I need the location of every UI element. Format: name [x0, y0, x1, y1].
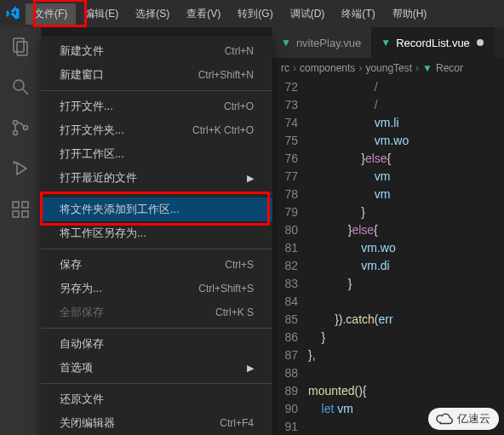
svg-rect-12: [22, 211, 28, 217]
menu-entry[interactable]: 打开最近的文件▶: [41, 166, 272, 190]
vscode-logo-icon: [5, 6, 20, 21]
vue-file-icon: ▼: [281, 37, 291, 49]
menu-separator: [41, 193, 272, 194]
menu-entry-label: 新建窗口: [60, 67, 104, 83]
menu-entry[interactable]: 打开工作区...: [41, 142, 272, 166]
file-menu-dropdown: 新建文件Ctrl+N新建窗口Ctrl+Shift+N打开文件...Ctrl+O打…: [41, 36, 272, 435]
menu-entry-label: 关闭编辑器: [60, 415, 115, 431]
menu-entry[interactable]: 首选项▶: [41, 356, 272, 380]
editor-tabs: ▼nvitePlay.vue▼RecordList.vue: [272, 27, 504, 58]
svg-rect-0: [14, 38, 24, 52]
svg-rect-11: [13, 211, 19, 217]
explorer-icon[interactable]: [9, 34, 32, 58]
menu-entry-label: 打开工作区...: [60, 146, 124, 162]
menu-entry-label: 打开文件夹...: [60, 123, 124, 138]
debug-icon[interactable]: [9, 157, 32, 180]
menu-entry[interactable]: 新建文件Ctrl+N: [41, 39, 272, 63]
menu-entry[interactable]: 另存为...Ctrl+Shift+S: [41, 277, 272, 300]
menubar: 文件(F)编辑(E)选择(S)查看(V)转到(G)调试(D)终端(T)帮助(H): [0, 0, 504, 27]
menu-separator: [41, 249, 272, 249]
menu-item[interactable]: 终端(T): [333, 3, 383, 25]
menu-entry-label: 自动保存: [60, 336, 104, 352]
line-gutter: 7273747576777879808182838485868788899091: [272, 78, 308, 435]
menu-entry[interactable]: 打开文件夹...Ctrl+K Ctrl+O: [41, 118, 272, 142]
watermark-badge: 亿速云: [428, 408, 499, 430]
menu-shortcut: Ctrl+Shift+N: [198, 69, 254, 81]
menu-entry[interactable]: 打开文件...Ctrl+O: [41, 94, 272, 118]
vue-file-icon: ▼: [381, 37, 391, 49]
menu-shortcut: Ctrl+S: [225, 259, 254, 271]
editor-tab[interactable]: ▼nvitePlay.vue: [272, 27, 372, 58]
menu-shortcut: Ctrl+K Ctrl+O: [192, 124, 254, 136]
editor-tab[interactable]: ▼RecordList.vue: [372, 27, 495, 58]
menu-entry[interactable]: 保存Ctrl+S: [41, 253, 272, 277]
menu-entry[interactable]: 将文件夹添加到工作区...: [41, 197, 272, 221]
breadcrumb-part[interactable]: components: [300, 62, 355, 74]
menu-entry-label: 全部保存: [60, 305, 104, 320]
svg-point-4: [14, 121, 18, 125]
modified-indicator-icon: [477, 39, 484, 46]
svg-point-8: [14, 162, 15, 163]
menu-entry[interactable]: 还原文件: [41, 387, 272, 411]
menu-entry: 全部保存Ctrl+K S: [41, 300, 272, 324]
menu-entry-label: 首选项: [60, 360, 93, 375]
menu-entry[interactable]: 关闭编辑器Ctrl+F4: [41, 411, 272, 435]
menu-entry-label: 打开文件...: [60, 99, 113, 114]
menu-entry[interactable]: 新建窗口Ctrl+Shift+N: [41, 63, 272, 87]
breadcrumb-separator-icon: ›: [293, 62, 296, 74]
menu-entry[interactable]: 将工作区另存为...: [41, 221, 272, 245]
breadcrumb[interactable]: rc›components›youngTest›▼ Recor: [272, 58, 504, 78]
chevron-right-icon: ▶: [247, 363, 254, 374]
menu-item[interactable]: 帮助(H): [384, 3, 436, 25]
tab-label: RecordList.vue: [396, 37, 470, 49]
menu-item[interactable]: 文件(F): [26, 3, 76, 25]
menu-separator: [41, 90, 272, 91]
menu-entry-label: 将文件夹添加到工作区...: [60, 202, 180, 217]
svg-rect-9: [13, 202, 19, 208]
menu-shortcut: Ctrl+Shift+S: [198, 283, 254, 295]
menu-entry-label: 保存: [60, 257, 82, 272]
svg-marker-7: [17, 163, 26, 175]
menu-entry-label: 还原文件: [60, 392, 104, 407]
extensions-icon[interactable]: [9, 197, 32, 221]
menu-shortcut: Ctrl+K S: [215, 306, 254, 318]
svg-rect-10: [22, 202, 28, 208]
menu-separator: [41, 383, 272, 384]
menu-item[interactable]: 选择(S): [127, 3, 178, 25]
menu-shortcut: Ctrl+F4: [220, 417, 254, 429]
code-lines[interactable]: / / vm.li vm.wo }else{ vm vm } }else{ vm…: [308, 78, 504, 435]
menu-item[interactable]: 调试(D): [282, 3, 334, 25]
menu-separator: [41, 328, 272, 329]
source-control-icon[interactable]: [9, 116, 32, 140]
breadcrumb-part[interactable]: rc: [281, 62, 289, 74]
menu-shortcut: Ctrl+O: [224, 100, 254, 112]
menu-entry[interactable]: 自动保存: [41, 332, 272, 356]
menu-item[interactable]: 查看(V): [178, 3, 229, 25]
activity-bar: [0, 27, 41, 435]
breadcrumb-separator-icon: ›: [358, 62, 362, 74]
menu-item[interactable]: 编辑(E): [76, 3, 127, 25]
menu-entry-label: 打开最近的文件: [60, 170, 137, 186]
breadcrumb-part[interactable]: Recor: [436, 62, 463, 74]
svg-rect-1: [17, 42, 27, 55]
svg-point-2: [14, 80, 24, 90]
watermark-text: 亿速云: [457, 411, 490, 426]
menu-entry-label: 另存为...: [60, 281, 102, 296]
menu-entry-label: 将工作区另存为...: [60, 226, 146, 241]
editor-area: ▼nvitePlay.vue▼RecordList.vue rc›compone…: [272, 27, 504, 435]
vue-file-icon: ▼: [422, 62, 432, 74]
tab-label: nvitePlay.vue: [296, 37, 361, 49]
menu-entry-label: 新建文件: [60, 43, 104, 59]
chevron-right-icon: ▶: [247, 173, 254, 184]
code-editor[interactable]: 7273747576777879808182838485868788899091…: [272, 78, 504, 435]
svg-point-5: [14, 131, 18, 135]
breadcrumb-separator-icon: ›: [415, 62, 419, 74]
search-icon[interactable]: [9, 75, 32, 99]
svg-line-3: [23, 89, 28, 94]
breadcrumb-part[interactable]: youngTest: [365, 62, 412, 74]
menu-shortcut: Ctrl+N: [225, 45, 254, 57]
menu-item[interactable]: 转到(G): [229, 3, 281, 25]
